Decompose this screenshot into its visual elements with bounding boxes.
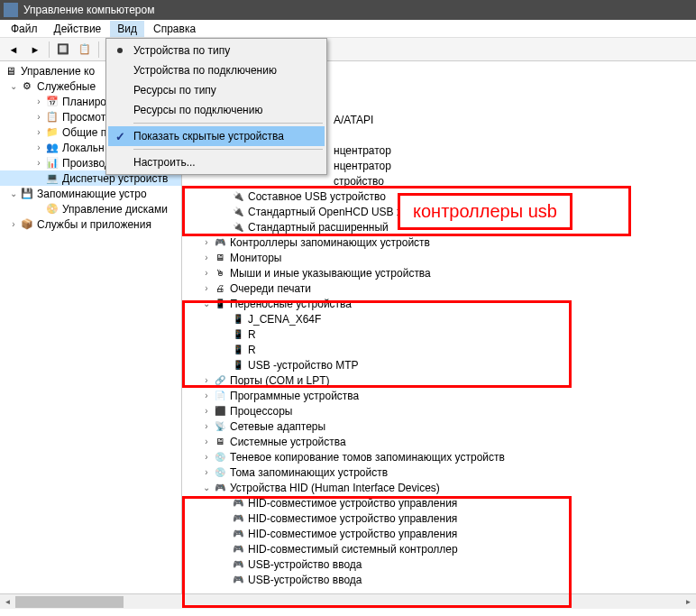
usb-icon <box>231 205 245 219</box>
tree-shadow[interactable]: ›Теневое копирование томов запоминающих … <box>182 449 696 464</box>
forward-button[interactable]: ► <box>25 40 45 60</box>
collapse-icon[interactable]: ⌄ <box>7 80 20 93</box>
users-icon <box>45 141 60 155</box>
scrollbar-horizontal[interactable]: ◄ ► <box>0 593 182 609</box>
tree-label: Стандартный расширенный <box>248 221 389 234</box>
tree-item-hid[interactable]: HID-совместимое устройство управления <box>182 510 696 526</box>
tree-label: USB -устройство MTP <box>248 359 359 372</box>
scroll-thumb[interactable] <box>15 596 124 608</box>
hid-icon <box>231 527 245 541</box>
port-icon <box>213 373 227 388</box>
tree-hid[interactable]: ⌄Устройства HID (Human Interface Devices… <box>182 480 696 495</box>
menu-label: Настроить... <box>133 156 196 169</box>
tree-label: Служебные <box>37 80 96 93</box>
tool-scan[interactable]: 🔲 <box>53 40 73 60</box>
tool-props[interactable]: 📋 <box>75 40 95 60</box>
hid-icon <box>231 573 245 587</box>
tree-cpus[interactable]: ›Процессоры <box>182 403 696 418</box>
expand-icon[interactable]: › <box>32 157 45 170</box>
expand-icon[interactable]: › <box>200 390 213 402</box>
cpu-icon <box>213 404 227 418</box>
collapse-icon[interactable]: ⌄ <box>200 298 213 310</box>
collapse-icon[interactable]: ⌄ <box>200 482 213 494</box>
tree-item-usb-input[interactable]: USB-устройство ввода <box>182 572 696 587</box>
tree-label: HID-совместимый системный контроллер <box>248 543 458 556</box>
expand-icon[interactable]: › <box>200 420 213 433</box>
monitor-icon <box>213 251 227 265</box>
tree-label: HID-совместимое устройство управления <box>248 528 457 540</box>
expand-icon[interactable]: › <box>32 111 45 124</box>
tree-label: Планиро <box>62 96 106 108</box>
tree-portable[interactable]: ⌄Переносные устройства <box>182 296 696 311</box>
tree-item-r[interactable]: R <box>182 342 696 357</box>
expand-icon[interactable]: › <box>200 374 213 387</box>
expand-icon[interactable]: › <box>7 218 20 231</box>
view-menu-dropdown: Устройства по типу Устройства по подключ… <box>105 38 327 175</box>
tree-software[interactable]: ›Программные устройства <box>182 388 696 403</box>
menu-devices-by-type[interactable]: Устройства по типу <box>108 41 325 60</box>
expand-icon[interactable]: › <box>200 466 213 479</box>
expand-icon[interactable]: › <box>32 142 45 154</box>
tree-label: Порты (COM и LPT) <box>230 374 330 387</box>
tree-label: Составное USB устройство <box>248 190 386 203</box>
menu-help[interactable]: Справка <box>146 21 203 37</box>
expand-icon[interactable]: › <box>32 96 45 108</box>
tree-item-usb-input[interactable]: USB-устройство ввода <box>182 556 696 572</box>
tree-label: Управление дисками <box>62 203 168 216</box>
tree-mice[interactable]: ›Мыши и иные указывающие устройства <box>182 265 696 280</box>
expand-icon[interactable]: › <box>32 126 45 139</box>
tree-storage-controllers[interactable]: ›Контроллеры запоминающих устройств <box>182 234 696 250</box>
hid-icon <box>213 481 227 495</box>
tree-item-r[interactable]: R <box>182 326 696 342</box>
tree-label: Программные устройства <box>230 390 359 402</box>
check-icon: ✓ <box>115 130 125 143</box>
toolbar: ◄ ► 🔲 📋 ❓ <box>0 38 696 61</box>
back-button[interactable]: ◄ <box>4 40 23 60</box>
menu-action[interactable]: Действие <box>47 21 109 37</box>
expand-icon[interactable]: › <box>200 282 213 295</box>
tree-item-device[interactable]: стройство <box>182 173 696 188</box>
tree-item-jcena[interactable]: J_CENA_X64F <box>182 311 696 326</box>
tree-storage[interactable]: ⌄Запоминающие устро <box>0 186 181 201</box>
system-icon <box>213 435 227 449</box>
tree-disk-mgmt[interactable]: Управление дисками <box>0 201 181 216</box>
tree-item-hid[interactable]: HID-совместимое устройство управления <box>182 526 696 541</box>
tree-label: Мыши и иные указывающие устройства <box>230 267 431 280</box>
tree-print-queues[interactable]: ›Очереди печати <box>182 280 696 296</box>
perf-icon <box>45 156 60 170</box>
expand-icon[interactable]: › <box>200 236 213 249</box>
tree-item-hid[interactable]: HID-совместимое устройство управления <box>182 495 696 510</box>
menu-devices-by-connection[interactable]: Устройства по подключению <box>108 60 325 80</box>
menu-file[interactable]: Файл <box>4 21 45 37</box>
menu-separator <box>133 149 323 150</box>
tree-item-hid[interactable]: HID-совместимый системный контроллер <box>182 541 696 556</box>
expand-icon[interactable]: › <box>200 252 213 264</box>
radio-bullet-icon <box>117 48 123 53</box>
tree-item-mtp[interactable]: USB -устройство MTP <box>182 357 696 372</box>
expand-icon[interactable]: › <box>200 451 213 464</box>
tree-network[interactable]: ›Сетевые адаптеры <box>182 418 696 434</box>
hid-icon <box>231 542 245 556</box>
collapse-icon[interactable]: ⌄ <box>7 188 20 200</box>
menu-view[interactable]: Вид <box>110 21 144 37</box>
tree-label: Процессоры <box>230 405 293 418</box>
menu-show-hidden[interactable]: ✓Показать скрытые устройства <box>108 126 325 146</box>
scroll-left-icon[interactable]: ◄ <box>0 594 15 609</box>
tree-volumes[interactable]: ›Тома запоминающих устройств <box>182 464 696 480</box>
expand-icon[interactable]: › <box>200 436 213 448</box>
expand-icon[interactable]: › <box>200 405 213 418</box>
tree-monitors[interactable]: ›Мониторы <box>182 250 696 265</box>
hid-icon <box>231 496 245 510</box>
tree-apps[interactable]: ›Службы и приложения <box>0 216 181 232</box>
tree-label: Стандартный OpenHCD USB х <box>248 206 402 218</box>
toolbar-separator <box>98 41 99 58</box>
portable-icon <box>231 358 245 372</box>
tree-ports[interactable]: ›Порты (COM и LPT) <box>182 372 696 388</box>
expand-icon[interactable]: › <box>200 267 213 280</box>
menu-customize[interactable]: Настроить... <box>108 152 325 172</box>
menu-resources-by-connection[interactable]: Ресурсы по подключению <box>108 100 325 120</box>
tree-label: USB-устройство ввода <box>248 558 362 571</box>
tree-label: Переносные устройства <box>230 298 352 310</box>
tree-system[interactable]: ›Системные устройства <box>182 434 696 449</box>
menu-resources-by-type[interactable]: Ресурсы по типу <box>108 80 325 100</box>
